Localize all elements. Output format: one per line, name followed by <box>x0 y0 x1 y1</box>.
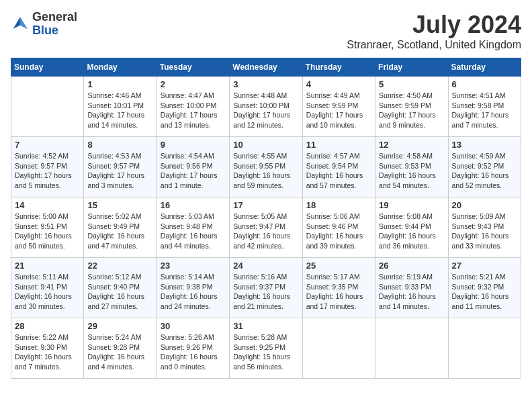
day-info: Sunrise: 5:22 AM Sunset: 9:30 PM Dayligh… <box>15 332 80 372</box>
calendar-cell: 13Sunrise: 4:59 AM Sunset: 9:52 PM Dayli… <box>448 137 521 197</box>
day-number: 4 <box>306 79 371 89</box>
day-info: Sunrise: 4:52 AM Sunset: 9:57 PM Dayligh… <box>15 151 80 191</box>
day-number: 11 <box>306 140 371 150</box>
calendar-cell: 1Sunrise: 4:46 AM Sunset: 10:01 PM Dayli… <box>84 77 157 137</box>
calendar-cell: 27Sunrise: 5:21 AM Sunset: 9:32 PM Dayli… <box>448 258 521 318</box>
day-number: 20 <box>452 200 517 210</box>
day-number: 7 <box>15 140 80 150</box>
day-number: 22 <box>87 261 152 271</box>
calendar-cell: 21Sunrise: 5:11 AM Sunset: 9:41 PM Dayli… <box>11 258 84 318</box>
day-info: Sunrise: 4:55 AM Sunset: 9:55 PM Dayligh… <box>233 151 298 191</box>
calendar-week-row: 14Sunrise: 5:00 AM Sunset: 9:51 PM Dayli… <box>11 197 521 258</box>
calendar-cell: 29Sunrise: 5:24 AM Sunset: 9:28 PM Dayli… <box>84 318 157 379</box>
day-number: 5 <box>379 79 444 89</box>
calendar-cell: 17Sunrise: 5:05 AM Sunset: 9:47 PM Dayli… <box>230 197 302 258</box>
day-number: 3 <box>233 79 298 89</box>
calendar-cell: 30Sunrise: 5:26 AM Sunset: 9:26 PM Dayli… <box>157 318 229 379</box>
calendar-cell: 6Sunrise: 4:51 AM Sunset: 9:58 PM Daylig… <box>448 77 521 137</box>
logo-blue-text: Blue <box>32 24 77 38</box>
location-subtitle: Stranraer, Scotland, United Kingdom <box>347 39 521 51</box>
logo: General Blue <box>11 11 77 38</box>
day-info: Sunrise: 4:48 AM Sunset: 10:00 PM Daylig… <box>233 91 298 130</box>
calendar-cell: 22Sunrise: 5:12 AM Sunset: 9:40 PM Dayli… <box>84 258 157 318</box>
day-number: 17 <box>233 200 298 210</box>
calendar-week-row: 1Sunrise: 4:46 AM Sunset: 10:01 PM Dayli… <box>11 77 521 137</box>
calendar-cell: 25Sunrise: 5:17 AM Sunset: 9:35 PM Dayli… <box>302 258 375 318</box>
calendar-cell: 7Sunrise: 4:52 AM Sunset: 9:57 PM Daylig… <box>11 137 84 197</box>
calendar-cell <box>448 318 521 379</box>
day-info: Sunrise: 5:09 AM Sunset: 9:43 PM Dayligh… <box>452 212 517 251</box>
day-number: 12 <box>379 140 444 150</box>
day-number: 16 <box>161 200 226 210</box>
day-info: Sunrise: 5:11 AM Sunset: 9:41 PM Dayligh… <box>15 272 80 312</box>
day-info: Sunrise: 4:49 AM Sunset: 9:59 PM Dayligh… <box>306 91 371 130</box>
day-number: 23 <box>161 261 226 271</box>
calendar-table: SundayMondayTuesdayWednesdayThursdayFrid… <box>11 58 521 379</box>
calendar-cell: 26Sunrise: 5:19 AM Sunset: 9:33 PM Dayli… <box>375 258 448 318</box>
calendar-week-row: 7Sunrise: 4:52 AM Sunset: 9:57 PM Daylig… <box>11 137 521 197</box>
calendar-cell: 11Sunrise: 4:57 AM Sunset: 9:54 PM Dayli… <box>302 137 375 197</box>
calendar-cell: 5Sunrise: 4:50 AM Sunset: 9:59 PM Daylig… <box>375 77 448 137</box>
calendar-cell: 23Sunrise: 5:14 AM Sunset: 9:38 PM Dayli… <box>157 258 229 318</box>
calendar-header-saturday: Saturday <box>448 58 521 77</box>
day-number: 13 <box>452 140 517 150</box>
calendar-header-sunday: Sunday <box>11 58 84 77</box>
day-number: 2 <box>161 79 226 89</box>
calendar-cell: 2Sunrise: 4:47 AM Sunset: 10:00 PM Dayli… <box>157 77 229 137</box>
calendar-week-row: 28Sunrise: 5:22 AM Sunset: 9:30 PM Dayli… <box>11 318 521 379</box>
calendar-cell: 20Sunrise: 5:09 AM Sunset: 9:43 PM Dayli… <box>448 197 521 258</box>
day-number: 18 <box>306 200 371 210</box>
day-info: Sunrise: 5:08 AM Sunset: 9:44 PM Dayligh… <box>379 212 444 251</box>
day-number: 30 <box>161 321 226 331</box>
calendar-cell: 4Sunrise: 4:49 AM Sunset: 9:59 PM Daylig… <box>302 77 375 137</box>
day-number: 31 <box>233 321 298 331</box>
day-number: 15 <box>87 200 152 210</box>
calendar-cell <box>11 77 84 137</box>
calendar-cell <box>375 318 448 379</box>
day-info: Sunrise: 4:46 AM Sunset: 10:01 PM Daylig… <box>87 91 152 130</box>
calendar-cell: 19Sunrise: 5:08 AM Sunset: 9:44 PM Dayli… <box>375 197 448 258</box>
calendar-header-monday: Monday <box>84 58 157 77</box>
calendar-header-thursday: Thursday <box>302 58 375 77</box>
day-info: Sunrise: 5:00 AM Sunset: 9:51 PM Dayligh… <box>15 212 80 251</box>
title-area: July 2024 Stranraer, Scotland, United Ki… <box>347 11 521 51</box>
day-info: Sunrise: 5:06 AM Sunset: 9:46 PM Dayligh… <box>306 212 371 251</box>
day-info: Sunrise: 5:05 AM Sunset: 9:47 PM Dayligh… <box>233 212 298 251</box>
day-info: Sunrise: 5:17 AM Sunset: 9:35 PM Dayligh… <box>306 272 371 312</box>
calendar-cell: 16Sunrise: 5:03 AM Sunset: 9:48 PM Dayli… <box>157 197 229 258</box>
day-info: Sunrise: 5:03 AM Sunset: 9:48 PM Dayligh… <box>161 212 226 251</box>
day-info: Sunrise: 5:28 AM Sunset: 9:25 PM Dayligh… <box>233 332 298 372</box>
calendar-cell: 10Sunrise: 4:55 AM Sunset: 9:55 PM Dayli… <box>230 137 302 197</box>
day-number: 14 <box>15 200 80 210</box>
day-number: 9 <box>161 140 226 150</box>
day-info: Sunrise: 5:19 AM Sunset: 9:33 PM Dayligh… <box>379 272 444 312</box>
calendar-cell: 9Sunrise: 4:54 AM Sunset: 9:56 PM Daylig… <box>157 137 229 197</box>
calendar-cell: 12Sunrise: 4:58 AM Sunset: 9:53 PM Dayli… <box>375 137 448 197</box>
day-info: Sunrise: 5:24 AM Sunset: 9:28 PM Dayligh… <box>87 332 152 372</box>
day-info: Sunrise: 5:12 AM Sunset: 9:40 PM Dayligh… <box>87 272 152 312</box>
day-number: 29 <box>87 321 152 331</box>
day-info: Sunrise: 4:51 AM Sunset: 9:58 PM Dayligh… <box>452 91 517 130</box>
month-year-title: July 2024 <box>347 11 521 39</box>
logo-icon <box>11 15 30 34</box>
calendar-cell: 15Sunrise: 5:02 AM Sunset: 9:49 PM Dayli… <box>84 197 157 258</box>
day-info: Sunrise: 5:26 AM Sunset: 9:26 PM Dayligh… <box>161 332 226 372</box>
calendar-cell: 28Sunrise: 5:22 AM Sunset: 9:30 PM Dayli… <box>11 318 84 379</box>
calendar-week-row: 21Sunrise: 5:11 AM Sunset: 9:41 PM Dayli… <box>11 258 521 318</box>
calendar-cell: 18Sunrise: 5:06 AM Sunset: 9:46 PM Dayli… <box>302 197 375 258</box>
day-info: Sunrise: 4:57 AM Sunset: 9:54 PM Dayligh… <box>306 151 371 191</box>
day-info: Sunrise: 4:54 AM Sunset: 9:56 PM Dayligh… <box>161 151 226 191</box>
calendar-cell <box>302 318 375 379</box>
calendar-header-tuesday: Tuesday <box>157 58 229 77</box>
day-info: Sunrise: 5:02 AM Sunset: 9:49 PM Dayligh… <box>87 212 152 251</box>
day-number: 1 <box>87 79 152 89</box>
day-info: Sunrise: 4:59 AM Sunset: 9:52 PM Dayligh… <box>452 151 517 191</box>
day-info: Sunrise: 5:16 AM Sunset: 9:37 PM Dayligh… <box>233 272 298 312</box>
logo-text: General Blue <box>32 11 77 38</box>
calendar-header-wednesday: Wednesday <box>230 58 302 77</box>
calendar-cell: 8Sunrise: 4:53 AM Sunset: 9:57 PM Daylig… <box>84 137 157 197</box>
day-number: 28 <box>15 321 80 331</box>
day-number: 10 <box>233 140 298 150</box>
day-number: 8 <box>87 140 152 150</box>
calendar-cell: 31Sunrise: 5:28 AM Sunset: 9:25 PM Dayli… <box>230 318 302 379</box>
